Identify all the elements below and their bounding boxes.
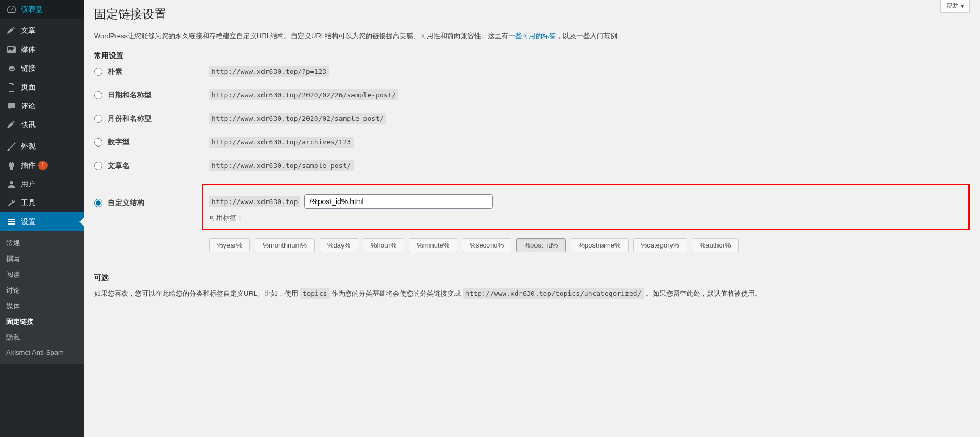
permalink-example: http://www.xdr630.top/sample-post/ <box>209 160 354 171</box>
submenu-permalinks[interactable]: 固定链接 <box>0 314 84 330</box>
permalink-example: http://www.xdr630.top/archives/123 <box>209 137 354 148</box>
permalink-label[interactable]: 数字型 <box>94 138 209 147</box>
svg-point-2 <box>9 223 10 225</box>
menu-label: 快讯 <box>21 120 36 130</box>
tag-post-id[interactable]: %post_id% <box>516 238 566 252</box>
help-tab[interactable]: 帮助 ▾ <box>940 0 970 13</box>
code-topics: topics <box>300 288 330 299</box>
permalink-label[interactable]: 自定义结构 <box>94 184 209 208</box>
opt-mid: 作为您的分类基础将会使您的分类链接变成 <box>330 289 463 297</box>
menu-media[interactable]: 媒体 <box>0 40 84 59</box>
permalink-option-monthname: 月份和名称型 http://www.xdr630.top/2020/02/sam… <box>94 113 970 124</box>
svg-point-1 <box>14 221 15 222</box>
submenu-general[interactable]: 常规 <box>0 236 84 251</box>
menu-appearance[interactable]: 外观 <box>0 137 84 156</box>
menu-tools[interactable]: 工具 <box>0 194 84 212</box>
permalink-option-postname: 文章名 http://www.xdr630.top/sample-post/ <box>94 160 970 171</box>
option-label: 日期和名称型 <box>108 91 152 100</box>
submenu-writing[interactable]: 撰写 <box>0 251 84 267</box>
pin-icon <box>6 26 17 36</box>
permalink-example: http://www.xdr630.top/2020/02/26/sample-… <box>209 89 398 100</box>
menu-plugins[interactable]: 插件 1 <box>0 156 84 175</box>
main-content: 帮助 ▾ 固定链接设置 WordPress让您能够为您的永久链接和存档建立自定义… <box>84 0 980 437</box>
radio-postname[interactable] <box>94 162 102 170</box>
permalink-label[interactable]: 月份和名称型 <box>94 114 209 124</box>
tag-year[interactable]: %year% <box>209 238 250 252</box>
menu-links[interactable]: 链接 <box>0 59 84 78</box>
menu-label: 外观 <box>21 142 36 151</box>
menu-label: 媒体 <box>21 45 36 54</box>
chevron-down-icon: ▾ <box>961 3 964 10</box>
radio-numeric[interactable] <box>94 138 102 147</box>
settings-icon <box>6 217 17 227</box>
submenu-privacy[interactable]: 隐私 <box>0 330 84 345</box>
help-label: 帮助 <box>946 2 959 10</box>
tag-buttons-row: %year% %monthnum% %day% %hour% %minute% … <box>209 238 970 252</box>
custom-input-line: http://www.xdr630.top <box>209 194 961 209</box>
site-url-prefix: http://www.xdr630.top <box>209 196 300 207</box>
admin-sidebar: 仪表盘 文章 媒体 链接 页面 评论 快讯 外观 插件 1 用户 工具 <box>0 0 84 437</box>
page-title: 固定链接设置 <box>94 0 970 27</box>
menu-settings[interactable]: 设置 <box>0 212 84 231</box>
tag-category[interactable]: %category% <box>633 238 687 252</box>
tag-postname[interactable]: %postname% <box>571 238 628 252</box>
brush-icon <box>6 141 17 152</box>
menu-label: 用户 <box>21 180 36 189</box>
menu-news[interactable]: 快讯 <box>0 116 84 135</box>
radio-plain[interactable] <box>94 68 102 76</box>
menu-users[interactable]: 用户 <box>0 175 84 194</box>
permalink-label[interactable]: 日期和名称型 <box>94 91 209 100</box>
menu-label: 链接 <box>21 64 36 73</box>
tag-minute[interactable]: %minute% <box>409 238 457 252</box>
option-label: 数字型 <box>108 138 130 147</box>
permalink-label[interactable]: 文章名 <box>94 161 209 171</box>
dashboard-icon <box>6 4 17 15</box>
permalink-example-wrap: http://www.xdr630.top/sample-post/ <box>209 160 970 171</box>
tags-doc-link[interactable]: 一些可用的标签 <box>508 32 556 40</box>
menu-comments[interactable]: 评论 <box>0 97 84 116</box>
menu-pages[interactable]: 页面 <box>0 78 84 97</box>
common-settings-title: 常用设置 <box>94 51 970 61</box>
radio-custom[interactable] <box>94 199 102 207</box>
option-label: 朴素 <box>108 67 122 76</box>
submenu-media[interactable]: 媒体 <box>0 298 84 314</box>
submenu-discussion[interactable]: 讨论 <box>0 283 84 298</box>
page-description: WordPress让您能够为您的永久链接和存档建立自定义URL结构。自定义URL… <box>94 31 970 41</box>
option-label: 自定义结构 <box>108 198 144 208</box>
permalink-option-numeric: 数字型 http://www.xdr630.top/archives/123 <box>94 137 970 148</box>
custom-structure-input[interactable] <box>304 194 493 209</box>
comment-icon <box>6 101 17 111</box>
permalink-option-custom: 自定义结构 http://www.xdr630.top 可用标签： %year%… <box>94 184 970 252</box>
opt-post: 。如果您留空此处，默认值将被使用。 <box>644 289 761 297</box>
code-topics-url: http://www.xdr630.top/topics/uncategoriz… <box>463 288 644 299</box>
permalink-example: http://www.xdr630.top/2020/02/sample-pos… <box>209 113 386 124</box>
radio-dayname[interactable] <box>94 91 102 99</box>
optional-title: 可选 <box>94 273 970 283</box>
svg-point-0 <box>8 219 9 220</box>
tag-day[interactable]: %day% <box>320 238 358 252</box>
page-icon <box>6 82 17 93</box>
tag-monthnum[interactable]: %monthnum% <box>255 238 315 252</box>
desc-pre: WordPress让您能够为您的永久链接和存档建立自定义URL结构。自定义URL… <box>94 32 508 40</box>
menu-label: 文章 <box>21 26 36 36</box>
permalink-example-wrap: http://www.xdr630.top/2020/02/26/sample-… <box>209 89 970 100</box>
wrench-icon <box>6 198 17 208</box>
tag-hour[interactable]: %hour% <box>363 238 404 252</box>
user-icon <box>6 179 17 189</box>
submenu-reading[interactable]: 阅读 <box>0 267 84 283</box>
menu-label: 设置 <box>21 217 36 227</box>
permalink-label[interactable]: 朴素 <box>94 67 209 76</box>
link-icon <box>6 63 17 74</box>
permalink-example-wrap: http://www.xdr630.top/?p=123 <box>209 66 970 77</box>
radio-monthname[interactable] <box>94 115 102 123</box>
submenu-akismet[interactable]: Akismet Anti-Spam <box>0 345 84 360</box>
menu-label: 仪表盘 <box>21 5 43 14</box>
tag-second[interactable]: %second% <box>462 238 511 252</box>
tag-author[interactable]: %author% <box>692 238 739 252</box>
permalink-option-dayname: 日期和名称型 http://www.xdr630.top/2020/02/26/… <box>94 89 970 100</box>
menu-posts[interactable]: 文章 <box>0 21 84 40</box>
menu-dashboard[interactable]: 仪表盘 <box>0 0 84 19</box>
help-tab-wrap: 帮助 ▾ <box>940 0 970 13</box>
menu-label: 页面 <box>21 83 36 92</box>
option-label: 月份和名称型 <box>108 114 152 124</box>
